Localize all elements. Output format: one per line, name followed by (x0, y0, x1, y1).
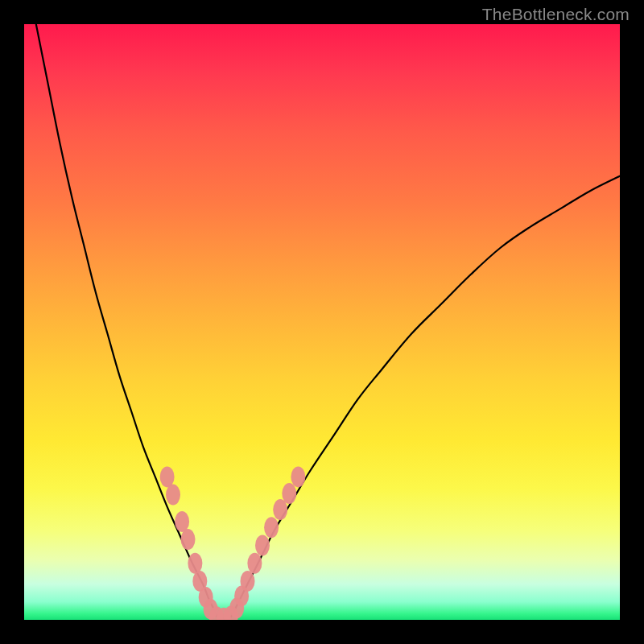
marker-dot (166, 485, 180, 506)
curve-right-curve (229, 176, 620, 619)
marker-dot (291, 466, 305, 487)
marker-dot (264, 517, 279, 538)
curve-left-curve (36, 24, 218, 619)
watermark-text: TheBottleneck.com (482, 5, 630, 24)
plot-area (24, 24, 620, 620)
marker-dot (175, 511, 189, 532)
marker-dot (247, 553, 262, 574)
chart-frame: TheBottleneck.com (0, 0, 644, 644)
marker-dot (181, 529, 196, 550)
marker-dot (255, 535, 270, 556)
marker-dot (188, 553, 202, 574)
marker-dot (282, 483, 296, 504)
marker-dot (241, 571, 255, 592)
chart-svg (24, 24, 620, 620)
marker-dot (160, 466, 175, 487)
